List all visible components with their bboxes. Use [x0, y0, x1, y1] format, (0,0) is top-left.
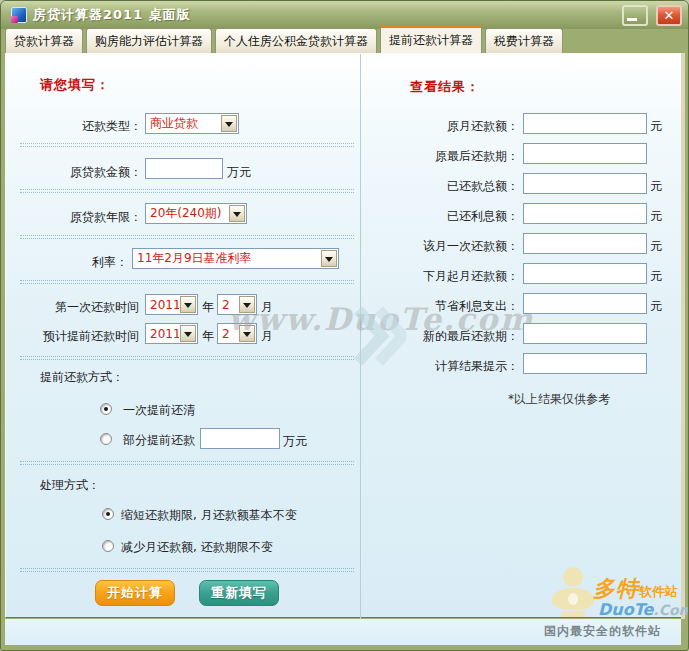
duote-domain-suffix: .Com: [653, 602, 689, 618]
original-monthly-payment-input[interactable]: [523, 113, 647, 134]
window-title: 房贷计算器2011 桌面版: [33, 6, 614, 24]
prepay-full-label[interactable]: 一次提前还清: [123, 402, 195, 419]
prepay-year-select[interactable]: 2011: [145, 323, 198, 344]
result-label: 新的最后还款期：: [362, 328, 519, 345]
prepay-month-value: 2: [218, 327, 238, 341]
first-payment-year-value: 2011: [146, 298, 179, 312]
loan-term-select[interactable]: 20年(240期): [145, 203, 247, 224]
new-last-payment-date-input[interactable]: [523, 323, 647, 344]
loan-amount-input[interactable]: [145, 158, 223, 179]
rate-value: 11年2月9日基准利率: [133, 250, 320, 267]
shorten-term-label[interactable]: 缩短还款期限, 月还款额基本不变: [121, 507, 297, 524]
calculate-button[interactable]: 开始计算: [95, 580, 175, 606]
loan-amount-unit: 万元: [227, 164, 251, 181]
separator: [20, 189, 354, 193]
next-month-payment-input[interactable]: [523, 263, 647, 284]
rate-select[interactable]: 11年2月9日基准利率: [132, 248, 339, 269]
prepay-method-label: 提前还款方式：: [40, 369, 124, 386]
close-icon: ✕: [664, 8, 675, 23]
result-unit: 元: [650, 298, 662, 315]
first-payment-month-select[interactable]: 2: [217, 294, 257, 315]
duote-person-icon: [552, 567, 594, 617]
separator: [20, 568, 354, 572]
tab-affordability-calculator[interactable]: 购房能力评估计算器: [86, 28, 212, 53]
loan-term-label: 原贷款年限：: [6, 209, 142, 226]
results-heading: 查看结果：: [410, 78, 480, 96]
prepay-partial-label[interactable]: 部分提前还款: [123, 432, 195, 449]
duote-domain: DuoTe.Com: [598, 600, 689, 619]
results-disclaimer: *以上结果仅供参考: [508, 391, 610, 408]
result-label: 下月起月还款额：: [362, 268, 519, 285]
minimize-button[interactable]: [622, 5, 648, 26]
duote-name-big: 多特: [593, 576, 639, 601]
prepay-partial-radio[interactable]: [100, 433, 112, 445]
titlebar: 房贷计算器2011 桌面版 ✕: [1, 1, 688, 29]
result-unit: 元: [650, 238, 662, 255]
duote-tagline: 国内最安全的软件站: [544, 623, 661, 640]
form-heading: 请您填写：: [40, 76, 110, 94]
result-unit: 元: [650, 118, 662, 135]
result-label: 已还利息额：: [362, 208, 519, 225]
prepay-year-value: 2011: [146, 327, 179, 341]
shorten-term-radio[interactable]: [102, 508, 114, 520]
loan-amount-label: 原贷款金额：: [6, 164, 142, 181]
reduce-payment-label[interactable]: 减少月还款额, 还款期限不变: [121, 539, 273, 556]
result-label: 该月一次还款额：: [362, 238, 519, 255]
panel-divider: [360, 54, 361, 619]
result-label: 节省利息支出：: [362, 298, 519, 315]
total-repaid-input[interactable]: [523, 173, 647, 194]
interest-repaid-input[interactable]: [523, 203, 647, 224]
onetime-payment-this-month-input[interactable]: [523, 233, 647, 254]
prepay-full-radio[interactable]: [100, 403, 112, 415]
minimize-icon: [627, 18, 637, 21]
partial-prepay-amount-input[interactable]: [200, 428, 280, 449]
year-suffix: 年: [202, 328, 214, 345]
chevron-down-icon: [321, 250, 337, 267]
tab-tax-calculator[interactable]: 税费计算器: [485, 28, 563, 53]
first-payment-year-select[interactable]: 2011: [145, 294, 198, 315]
reset-button[interactable]: 重新填写: [199, 580, 279, 606]
app-icon: [11, 7, 27, 23]
separator: [20, 143, 354, 147]
interest-saved-input[interactable]: [523, 293, 647, 314]
tab-loan-calculator[interactable]: 贷款计算器: [5, 28, 83, 53]
loan-term-value: 20年(240期): [146, 205, 228, 222]
tab-prepayment-calculator[interactable]: 提前还款计算器: [380, 25, 482, 53]
result-label: 原月还款额：: [362, 118, 519, 135]
result-hint-input[interactable]: [523, 353, 647, 374]
chevron-down-icon: [239, 325, 255, 342]
rate-label: 利率：: [6, 254, 128, 271]
prepay-month-select[interactable]: 2: [217, 323, 257, 344]
result-unit: 元: [650, 208, 662, 225]
duote-domain-main: DuoTe: [598, 600, 653, 619]
duote-name-small: 软件站: [639, 584, 678, 599]
process-method-label: 处理方式：: [40, 477, 100, 494]
repay-type-label: 还款类型：: [6, 118, 142, 135]
reduce-payment-radio[interactable]: [102, 540, 114, 552]
result-unit: 元: [650, 178, 662, 195]
chevron-down-icon: [180, 325, 196, 342]
original-last-payment-date-input[interactable]: [523, 143, 647, 164]
month-suffix: 月: [261, 328, 273, 345]
prepayment-calculator-panel: 请您填写： 还款类型： 商业贷款 原贷款金额： 万元 原贷款年限： 20年(24…: [5, 53, 681, 618]
frame-inner-strip: [681, 53, 685, 619]
first-payment-month-value: 2: [218, 298, 238, 312]
chevron-down-icon: [221, 115, 237, 132]
result-label: 计算结果提示：: [362, 358, 519, 375]
result-label: 原最后还款期：: [362, 148, 519, 165]
repay-type-value: 商业贷款: [146, 115, 220, 132]
app-window: 房贷计算器2011 桌面版 ✕ 贷款计算器 购房能力评估计算器 个人住房公积金贷…: [0, 0, 689, 651]
chevron-down-icon: [229, 205, 245, 222]
separator: [20, 461, 354, 465]
separator: [20, 280, 354, 284]
result-unit: 元: [650, 268, 662, 285]
repay-type-select[interactable]: 商业贷款: [145, 113, 239, 134]
tab-housing-fund-loan-calculator[interactable]: 个人住房公积金贷款计算器: [215, 28, 377, 53]
year-suffix: 年: [202, 299, 214, 316]
tab-bar: 贷款计算器 购房能力评估计算器 个人住房公积金贷款计算器 提前还款计算器 税费计…: [5, 30, 566, 53]
chevron-down-icon: [239, 296, 255, 313]
result-label: 已还款总额：: [362, 178, 519, 195]
close-button[interactable]: ✕: [656, 5, 682, 26]
chevron-down-icon: [180, 296, 196, 313]
partial-prepay-unit: 万元: [283, 433, 307, 450]
